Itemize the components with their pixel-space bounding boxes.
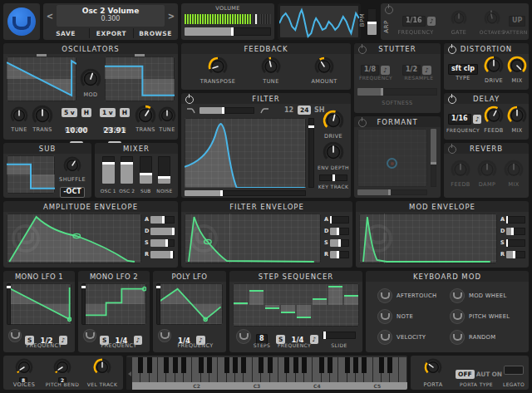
black-key[interactable] [207, 357, 212, 373]
adsr-slider[interactable] [150, 251, 175, 258]
porta-type-option[interactable]: ON [491, 371, 502, 378]
modulation-source-icon[interactable] [450, 288, 465, 303]
mixer-slider[interactable] [102, 156, 115, 184]
formant-x-slider[interactable] [357, 189, 427, 195]
adsr-slider[interactable] [506, 251, 525, 258]
sequencer-step[interactable] [328, 287, 342, 305]
adsr-slider[interactable] [506, 228, 525, 235]
black-key[interactable] [268, 357, 273, 373]
sequencer-step[interactable] [313, 299, 327, 305]
arp-octaves-knob[interactable] [484, 10, 500, 27]
mono-lfo2-display[interactable] [81, 283, 146, 325]
black-key[interactable] [387, 357, 392, 373]
feedback-tune-knob[interactable] [261, 56, 281, 76]
mono-lfo1-display[interactable] [7, 283, 71, 325]
step-sequencer-display[interactable] [233, 283, 359, 327]
adsr-slider[interactable] [330, 251, 349, 258]
filter-key-track-slider[interactable] [319, 174, 347, 181]
adsr-slider[interactable] [150, 216, 175, 224]
reverb-feedback-knob[interactable] [451, 160, 470, 179]
modulation-source-icon[interactable] [236, 329, 251, 344]
sub-wave-display[interactable] [7, 155, 55, 194]
filter-cutoff-slider[interactable] [185, 190, 306, 196]
piano-keyboard[interactable]: C2C3C4C5 [126, 356, 407, 390]
mixer-slider[interactable] [121, 156, 133, 184]
osc1-transpose-knob[interactable] [32, 105, 53, 126]
black-key[interactable] [328, 357, 332, 373]
black-key[interactable] [164, 357, 169, 373]
patch-prev-button[interactable]: < [45, 5, 55, 27]
filter-blend-slider[interactable] [200, 107, 254, 114]
distortion-power-button[interactable] [448, 46, 456, 54]
porta-type-selector[interactable]: OFFAUTON [456, 366, 504, 381]
mod-envelope-display[interactable] [359, 214, 497, 263]
lfo-amplitude-slider[interactable] [7, 283, 11, 325]
patch-display[interactable]: Osc 2 Volume 0.300 [57, 5, 165, 27]
black-key[interactable] [284, 357, 289, 373]
black-key[interactable] [173, 357, 178, 373]
osc2-transpose-knob[interactable] [135, 105, 156, 126]
filter-24db-button[interactable]: 24 [298, 106, 311, 115]
black-key[interactable] [293, 357, 298, 373]
black-key[interactable] [233, 357, 238, 373]
white-key[interactable] [399, 357, 407, 382]
modulation-source-icon[interactable] [8, 329, 22, 342]
reverb-mix-knob[interactable] [504, 160, 524, 179]
arp-gate-knob[interactable] [451, 10, 467, 27]
modulation-source-icon[interactable] [377, 288, 392, 303]
black-key[interactable] [362, 357, 367, 373]
black-key[interactable] [241, 357, 246, 373]
browse-button[interactable]: BROWSE [135, 28, 176, 38]
filter-drive-knob[interactable] [323, 110, 344, 131]
sub-octave-button[interactable]: -OCT [60, 184, 85, 199]
modulation-source-icon[interactable] [83, 329, 96, 342]
filter-env-depth-knob[interactable] [323, 141, 344, 163]
arp-frequency-value[interactable]: 1/16♪ [402, 12, 436, 28]
delay-feedback-knob[interactable] [484, 106, 504, 125]
feedback-transpose-knob[interactable] [208, 56, 228, 76]
black-key[interactable] [147, 357, 152, 373]
adsr-slider[interactable] [150, 239, 175, 247]
slide-slider[interactable] [323, 332, 356, 339]
modulation-source-icon[interactable] [377, 330, 392, 345]
adsr-slider[interactable] [330, 239, 349, 247]
osc2-tune-knob[interactable] [158, 106, 176, 125]
black-key[interactable] [199, 357, 204, 373]
formant-xy-marker[interactable] [387, 158, 397, 169]
black-key[interactable] [302, 357, 307, 373]
adsr-slider[interactable] [506, 239, 525, 247]
osc1-tune-knob[interactable] [10, 106, 28, 125]
legato-toggle[interactable] [504, 366, 524, 375]
sequencer-step[interactable] [344, 296, 358, 305]
modulation-source-icon[interactable] [450, 309, 465, 324]
black-key[interactable] [319, 357, 324, 373]
lfo-node[interactable] [143, 287, 146, 291]
black-key[interactable] [259, 357, 264, 373]
black-key[interactable] [138, 357, 143, 373]
patch-next-button[interactable]: > [166, 5, 176, 27]
feedback-amount-knob[interactable] [314, 56, 334, 76]
black-key[interactable] [224, 357, 229, 373]
adsr-slider[interactable] [330, 228, 349, 235]
sequencer-step[interactable] [249, 291, 264, 305]
filter-envelope-display[interactable] [185, 214, 321, 263]
save-button[interactable]: SAVE [45, 28, 86, 38]
amplitude-envelope-display[interactable] [7, 214, 141, 263]
formant-y-slider[interactable] [431, 129, 436, 187]
adsr-slider[interactable] [150, 228, 175, 235]
black-key[interactable] [345, 357, 350, 373]
porta-knob[interactable] [424, 358, 442, 376]
lfo-amplitude-slider[interactable] [81, 283, 86, 325]
reverb-power-button[interactable] [448, 145, 456, 154]
volume-slider[interactable] [185, 27, 271, 36]
mixer-slider[interactable] [158, 156, 170, 184]
black-key[interactable] [181, 357, 186, 373]
adsr-slider[interactable] [330, 216, 349, 224]
modulation-source-icon[interactable] [377, 309, 392, 324]
filter-response-display[interactable] [185, 118, 306, 188]
delay-frequency-value[interactable]: 1/16♪ [448, 111, 481, 126]
sub-shuffle-knob[interactable] [63, 156, 81, 174]
delay-power-button[interactable] [448, 96, 456, 104]
stutter-softness-slider[interactable] [357, 88, 437, 96]
octave-down-icon[interactable] [126, 357, 132, 390]
